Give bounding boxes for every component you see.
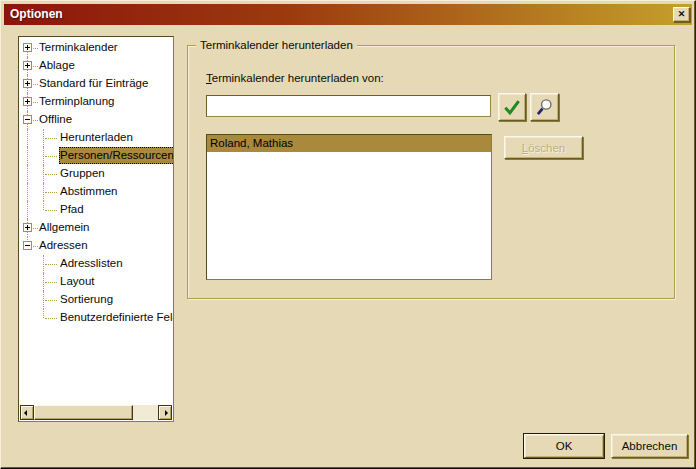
tree-connector — [43, 147, 44, 165]
tree-collapse-minus-icon[interactable] — [23, 115, 32, 124]
arrow-right-icon — [165, 410, 168, 416]
download-from-label: Terminkalender herunterladen von: — [206, 72, 384, 84]
tree-item-label: Allgemein — [38, 219, 93, 236]
download-from-input[interactable] — [206, 95, 491, 117]
delete-button[interactable]: Löschen — [504, 136, 583, 159]
tree-item[interactable]: Offline — [20, 111, 172, 129]
tree-item-label: Ablage — [38, 57, 78, 74]
tree-connector — [43, 291, 44, 309]
tree-connector — [43, 273, 44, 291]
tree-item[interactable]: Herunterladen — [20, 129, 172, 147]
cancel-button[interactable]: Abbrechen — [611, 434, 688, 458]
tree-item[interactable]: Personen/Ressourcen — [20, 147, 172, 165]
tree-item-label: Adressen — [38, 237, 91, 254]
tree-expand-plus-icon[interactable] — [23, 97, 32, 106]
tree-collapse-minus-icon[interactable] — [23, 241, 32, 250]
tree-expand-plus-icon[interactable] — [23, 79, 32, 88]
tree-horizontal-scrollbar[interactable] — [20, 405, 172, 420]
tree-item[interactable]: Terminplanung — [20, 93, 172, 111]
scroll-right-button[interactable] — [158, 405, 172, 420]
tree-item[interactable]: Gruppen — [20, 165, 172, 183]
tree-item-label: Benutzerdefinierte Felder — [59, 309, 174, 326]
tree-item-label: Pfad — [59, 201, 87, 218]
options-tree[interactable]: TerminkalenderAblageStandard für Einträg… — [18, 36, 174, 422]
tree-connector — [27, 147, 28, 165]
tree-connector — [27, 201, 28, 219]
search-button[interactable] — [530, 93, 559, 121]
tree-item[interactable]: Allgemein — [20, 219, 172, 237]
tree-item-label: Herunterladen — [59, 129, 136, 146]
tree-item-label: Terminkalender — [38, 39, 121, 56]
tree-item-label: Adresslisten — [59, 255, 126, 272]
tree-item[interactable]: Abstimmen — [20, 183, 172, 201]
window-title: Optionen — [10, 7, 63, 21]
tree-item-label: Standard für Einträge — [38, 75, 151, 92]
tree-item[interactable]: Pfad — [20, 201, 172, 219]
tree-expand-plus-icon[interactable] — [23, 43, 32, 52]
close-button[interactable]: ✕ — [673, 7, 690, 22]
ok-button[interactable]: OK — [524, 434, 604, 458]
groupbox-title: Terminkalender herunterladen — [196, 38, 357, 53]
tree-item[interactable]: Layout — [20, 273, 172, 291]
tree-item-label: Layout — [59, 273, 98, 290]
people-resources-list[interactable]: Roland, Mathias — [206, 134, 492, 280]
magnifier-icon — [531, 97, 558, 117]
tree-item-label: Personen/Ressourcen — [59, 147, 174, 164]
options-dialog: Optionen ✕ TerminkalenderAblageStandard … — [0, 0, 696, 469]
tree-connector — [27, 183, 28, 201]
tree-item[interactable]: Terminkalender — [20, 39, 172, 57]
tree-connector — [27, 129, 28, 147]
tree-item[interactable]: Ablage — [20, 57, 172, 75]
arrow-left-icon — [24, 410, 27, 416]
tree-connector — [43, 255, 44, 273]
list-item[interactable]: Roland, Mathias — [207, 135, 491, 152]
tree-item[interactable]: Adressen — [20, 237, 172, 255]
tree-item-label: Gruppen — [59, 165, 108, 182]
scroll-left-button[interactable] — [20, 405, 34, 420]
tree-item-label: Sortierung — [59, 291, 116, 308]
title-bar: Optionen ✕ — [4, 4, 692, 25]
tree-expand-plus-icon[interactable] — [23, 223, 32, 232]
tree-item[interactable]: Sortierung — [20, 291, 172, 309]
close-icon: ✕ — [678, 9, 686, 19]
confirm-button[interactable] — [498, 93, 526, 121]
tree-connector — [43, 183, 44, 201]
tree-connector — [43, 165, 44, 183]
tree-body: TerminkalenderAblageStandard für Einträg… — [20, 39, 172, 327]
tree-connector — [43, 201, 44, 210]
tree-item[interactable]: Adresslisten — [20, 255, 172, 273]
download-groupbox: Terminkalender herunterladen Terminkalen… — [187, 45, 675, 299]
tree-connector — [27, 165, 28, 183]
tree-item-label: Abstimmen — [59, 183, 121, 200]
tree-connector — [43, 309, 44, 318]
tree-expand-plus-icon[interactable] — [23, 61, 32, 70]
check-icon — [499, 97, 525, 117]
tree-item-label: Terminplanung — [38, 93, 117, 110]
tree-item[interactable]: Standard für Einträge — [20, 75, 172, 93]
scrollbar-thumb[interactable] — [34, 405, 133, 420]
tree-item[interactable]: Benutzerdefinierte Felder — [20, 309, 172, 327]
tree-connector — [43, 129, 44, 147]
tree-item-label: Offline — [38, 111, 75, 128]
